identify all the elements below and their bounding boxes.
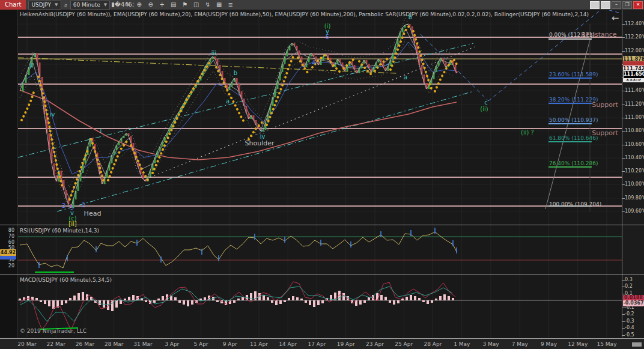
scroll-to-latest-arrow-icon[interactable]: ← <box>608 13 622 23</box>
date-label: 17 Apr <box>308 341 326 347</box>
properties-icon[interactable]: ▦ <box>214 1 224 9</box>
rsi-value-marker <box>0 256 16 259</box>
chevron-down-icon: ▼ <box>104 1 107 9</box>
copyright-text: © 2019 NinjaTrader, LLC <box>20 328 87 334</box>
rsi-axis-label: 60 <box>0 240 15 245</box>
chart-trader-icon[interactable]: ◫ <box>191 1 201 9</box>
rsi-axis-label: 70 <box>0 234 15 239</box>
axis-tick-label: -0.3 <box>625 318 644 324</box>
date-label: 12 May <box>568 341 588 347</box>
axis-tick-label: 109.60'0 <box>625 208 644 214</box>
chart-menu-button[interactable]: Chart <box>0 0 26 10</box>
date-label: 9 Apr <box>223 341 237 347</box>
instrument-select[interactable]: USDJPY ▼ <box>28 1 61 10</box>
axis-tick-label: 112.00'0 <box>625 48 644 53</box>
rsi-indicator-label: RSI(USDJPY (60 Minute),14,3) <box>20 228 99 234</box>
axis-tick-label: 110.20'0 <box>625 168 644 174</box>
axis-tick-label: 0.3 <box>625 277 644 282</box>
add-object-icon[interactable]: + <box>157 1 167 9</box>
axis-tick-label: 111.00'0 <box>625 115 644 120</box>
zoom-in-icon[interactable]: ⊕ <box>134 1 144 9</box>
instrument-label: USDJPY <box>31 1 51 9</box>
main-indicator-label: HeikenAshi8(USDJPY (60 Minute)), EMA(USD… <box>20 11 589 17</box>
timeframe-select[interactable]: 60 Minute ▼ <box>70 1 110 10</box>
axis-tick-label: 0.2 <box>625 284 644 289</box>
zoom-out-icon[interactable]: ⊖ <box>145 1 156 9</box>
time-axis[interactable]: 20 Mar22 Mar26 Mar28 Mar31 Mar3 Apr5 Apr… <box>0 338 644 349</box>
panel-divider[interactable] <box>0 275 644 275</box>
date-label: 11 Apr <box>250 341 268 347</box>
date-label: 3 May <box>482 341 499 347</box>
axis-tick-label: 110.80'0 <box>625 128 644 133</box>
price-marker: 111.650 <box>623 70 644 79</box>
date-label: 1 May <box>454 341 470 347</box>
date-label: 26 Mar <box>76 341 94 347</box>
date-label: 31 Mar <box>133 341 152 347</box>
draw-tools-icon[interactable]: ✎ <box>123 1 133 9</box>
axis-tick-label: 112.40'0 <box>625 21 644 26</box>
timeframe-label: 60 Minute <box>73 1 100 9</box>
date-label: 5 Apr <box>193 341 208 347</box>
chart-canvas[interactable] <box>0 10 644 349</box>
axis-tick-label: 110.60'0 <box>625 142 644 147</box>
chevron-down-icon: ▼ <box>55 1 58 9</box>
indicators-icon[interactable]: ↯ <box>202 1 213 9</box>
date-label: 9 May <box>541 341 557 347</box>
rsi-axis-label: 80 <box>0 228 15 233</box>
chart-window: Chart USDJPY ▼ ⌕ 60 Minute ▼ ▮�446;✎⊕⊖+▤… <box>0 0 644 349</box>
rsi-value-marker: 44.92 <box>0 249 16 256</box>
alerts-icon[interactable]: ⚑ <box>180 1 190 9</box>
axis-tick-label: -0.4 <box>625 325 644 330</box>
date-label: 28 Apr <box>424 341 442 347</box>
scroll-grip[interactable] <box>632 342 642 347</box>
date-label: 22 Mar <box>47 341 65 347</box>
date-label: 7 May <box>512 341 528 347</box>
date-label: 19 Apr <box>337 341 355 347</box>
axis-tick-label: 109.80'0 <box>625 195 644 201</box>
date-label: 23 Apr <box>366 341 384 347</box>
axis-tick-label: -0.5 <box>625 332 644 338</box>
axis-tick-label: 112.20'0 <box>625 34 644 40</box>
toolbar-icons: ▮�446;✎⊕⊖+▤⚑◫↯▦≣ <box>110 1 235 9</box>
axis-tick-label: 111.40'0 <box>625 88 644 93</box>
app-button-1[interactable] <box>590 1 600 9</box>
price-axis[interactable]: 112.40'0112.20'0112.00'0111.80'0111.60'0… <box>622 10 644 338</box>
toolbar: Chart USDJPY ▼ ⌕ 60 Minute ▼ ▮�446;✎⊕⊖+▤… <box>0 0 644 10</box>
axis-tick-label: -0.2 <box>625 311 644 317</box>
panel-divider[interactable] <box>0 225 644 225</box>
axis-tick-label: 111.20'0 <box>625 102 644 107</box>
axis-tick-label: 110.40'0 <box>625 155 644 160</box>
price-marker: -0.0367 <box>623 300 644 306</box>
restore-button[interactable]: ❐ <box>622 1 632 9</box>
date-label: 28 Mar <box>105 341 123 347</box>
chart-style-icon[interactable]: ▮�446; <box>111 1 121 9</box>
date-label: 3 Apr <box>165 341 179 347</box>
date-label: 25 Apr <box>395 341 413 347</box>
date-label: 15 May <box>597 341 617 347</box>
date-label: 20 Mar <box>17 341 36 347</box>
rsi-axis-label: 20 <box>0 263 15 269</box>
search-icon[interactable]: ⌕ <box>64 1 68 9</box>
axis-tick-label: 110.00'0 <box>625 181 644 187</box>
macd-indicator-label: MACD(USDJPY (60 Minute),5,34,5) <box>20 277 112 283</box>
window-buttons: –❐✕ <box>590 1 643 9</box>
report-icon[interactable]: ▤ <box>168 1 178 9</box>
data-series-icon[interactable]: ≣ <box>225 1 235 9</box>
rsi-left-axis: 8070605040302044.92 <box>0 10 17 338</box>
date-label: 14 Apr <box>279 341 297 347</box>
minimize-button[interactable]: – <box>612 1 621 9</box>
app-button-2[interactable] <box>601 1 610 9</box>
close-button[interactable]: ✕ <box>633 1 643 9</box>
